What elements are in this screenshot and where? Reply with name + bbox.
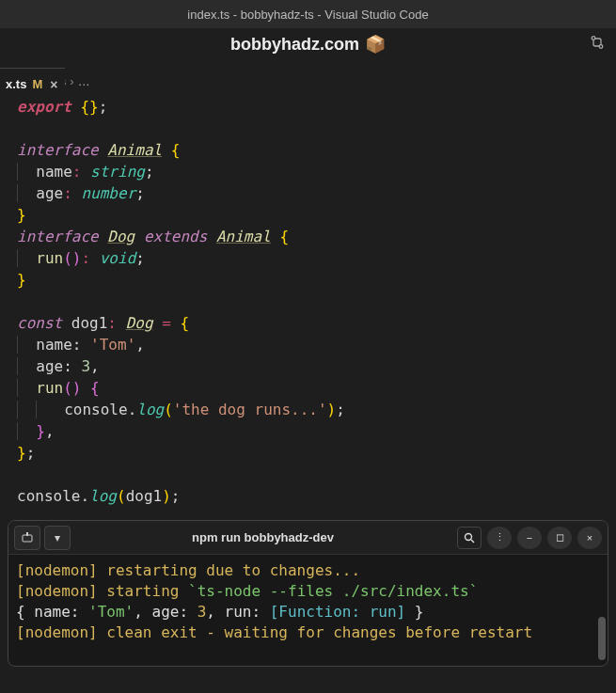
terminal-line: [nodemon] restarting due to changes... bbox=[16, 561, 360, 579]
svg-point-4 bbox=[466, 533, 472, 540]
code-token: ; bbox=[135, 249, 145, 267]
code-token: ) bbox=[162, 487, 171, 505]
terminal-line: [nodemon] starting bbox=[16, 582, 188, 600]
code-token: } bbox=[36, 422, 45, 440]
code-token: () bbox=[63, 379, 81, 397]
code-token: : bbox=[81, 249, 90, 267]
code-token: } bbox=[17, 206, 26, 224]
code-token: string bbox=[90, 163, 145, 181]
terminal-line: , bbox=[206, 603, 224, 621]
close-icon[interactable]: × bbox=[577, 527, 602, 549]
breadcrumb-separator: › bbox=[70, 74, 73, 88]
code-token: () bbox=[63, 249, 81, 267]
git-compare-icon[interactable] bbox=[590, 35, 605, 55]
code-token: log bbox=[136, 401, 164, 418]
code-token: { bbox=[279, 228, 289, 245]
code-token: age bbox=[36, 357, 63, 375]
code-token: 'Tom' bbox=[90, 336, 135, 354]
code-token: name bbox=[36, 336, 72, 354]
code-token: ( bbox=[164, 401, 173, 418]
terminal-output[interactable]: [nodemon] restarting due to changes... [… bbox=[8, 555, 608, 666]
code-token: log bbox=[89, 487, 117, 505]
code-token: { bbox=[171, 141, 181, 159]
close-icon[interactable]: × bbox=[50, 78, 57, 91]
terminal-line: [Function: run] bbox=[261, 603, 405, 621]
terminal-line: [nodemon] clean exit - waiting for chang… bbox=[16, 623, 532, 641]
svg-rect-2 bbox=[23, 535, 32, 542]
terminal-line: 'Tom' bbox=[79, 603, 134, 621]
terminal-line: name: bbox=[34, 603, 79, 621]
code-token: Animal bbox=[216, 228, 271, 245]
tab-index-ts[interactable]: x.ts M × bbox=[0, 68, 65, 100]
code-token: . bbox=[128, 401, 137, 418]
code-token: : bbox=[72, 163, 82, 181]
maximize-icon[interactable]: ◻ bbox=[547, 527, 572, 549]
code-token: Dog bbox=[107, 228, 134, 245]
code-token: 3 bbox=[81, 357, 90, 375]
code-token: Animal bbox=[107, 141, 162, 159]
code-token: 'the dog runs...' bbox=[173, 401, 327, 418]
window-title: index.ts - bobbyhadz-ts - Visual Studio … bbox=[187, 8, 428, 22]
tab-modified-indicator: M bbox=[32, 77, 42, 91]
code-token: extends bbox=[144, 228, 207, 245]
code-token: interface bbox=[17, 228, 99, 245]
terminal-header: ▾ npm run bobbyhadz-dev ⋮ − ◻ × bbox=[8, 521, 608, 555]
terminal-scrollbar[interactable] bbox=[598, 617, 606, 660]
code-token: ; bbox=[26, 444, 36, 462]
code-token: export bbox=[17, 98, 71, 116]
code-token: } bbox=[17, 444, 26, 462]
code-token: console bbox=[64, 401, 127, 418]
terminal-new-button[interactable] bbox=[14, 526, 40, 550]
code-token: , bbox=[135, 336, 145, 354]
code-token: Dog bbox=[126, 314, 153, 332]
code-token: run bbox=[36, 249, 63, 267]
more-menu-icon[interactable]: ⋮ bbox=[487, 527, 512, 549]
terminal-dropdown-button[interactable]: ▾ bbox=[44, 526, 71, 550]
terminal-line: age: bbox=[152, 603, 189, 621]
terminal-title: npm run bobbyhadz-dev bbox=[74, 530, 451, 544]
terminal-line: , bbox=[134, 603, 151, 621]
code-token: { bbox=[180, 314, 189, 332]
svg-point-0 bbox=[592, 36, 595, 39]
code-token: run bbox=[36, 379, 63, 397]
code-token: const bbox=[17, 314, 62, 332]
code-token: } bbox=[17, 271, 26, 289]
svg-point-1 bbox=[599, 44, 603, 48]
code-token: . bbox=[80, 487, 89, 505]
svg-line-5 bbox=[471, 540, 474, 543]
code-token: number bbox=[81, 184, 135, 202]
code-token: interface bbox=[17, 141, 99, 159]
code-token: dog1 bbox=[126, 487, 163, 505]
code-token: { bbox=[90, 379, 100, 397]
code-token: console bbox=[17, 487, 80, 505]
tab-bar: x.ts M × bbox=[0, 68, 65, 100]
code-token: void bbox=[100, 249, 136, 267]
terminal-line: { bbox=[16, 603, 34, 621]
terminal-panel: ▾ npm run bobbyhadz-dev ⋮ − ◻ × [nodemon… bbox=[8, 520, 608, 667]
code-token: ) bbox=[327, 401, 337, 418]
package-icon: 📦 bbox=[365, 34, 386, 55]
code-token: ; bbox=[145, 163, 154, 181]
code-token: {} bbox=[80, 98, 98, 116]
code-token: : bbox=[72, 336, 82, 354]
breadcrumb[interactable]: TS index.ts › … bbox=[0, 70, 616, 92]
site-banner: x.ts M × bobbyhadz.com 📦 bbox=[0, 28, 616, 60]
code-token: = bbox=[162, 314, 171, 332]
breadcrumb-more: … bbox=[78, 74, 90, 88]
code-token: ; bbox=[336, 401, 345, 418]
banner-text: bobbyhadz.com bbox=[230, 35, 359, 55]
code-token: name bbox=[36, 163, 72, 181]
search-icon[interactable] bbox=[457, 527, 482, 549]
window-titlebar: index.ts - bobbyhadz-ts - Visual Studio … bbox=[0, 0, 616, 28]
svg-rect-3 bbox=[26, 532, 28, 536]
tab-filename: x.ts bbox=[6, 77, 26, 91]
code-token: ( bbox=[117, 487, 126, 505]
code-editor[interactable]: export {}; interface Animal { name: stri… bbox=[0, 92, 616, 516]
code-token: ; bbox=[171, 487, 181, 505]
terminal-line: } bbox=[405, 603, 423, 621]
code-token: : bbox=[63, 357, 72, 375]
terminal-line: `ts-node --files ./src/index.ts` bbox=[188, 582, 478, 600]
minimize-icon[interactable]: − bbox=[517, 527, 542, 549]
code-token: ; bbox=[135, 184, 145, 202]
terminal-line: 3 bbox=[188, 603, 206, 621]
